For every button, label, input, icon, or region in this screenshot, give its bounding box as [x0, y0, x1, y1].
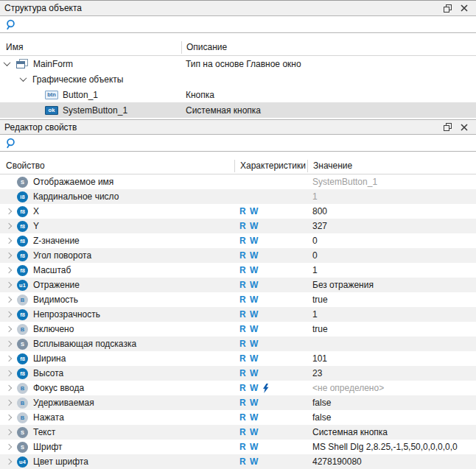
- float-button[interactable]: [443, 122, 452, 132]
- property-name: Видимость: [33, 295, 78, 305]
- type-icon: B: [17, 383, 28, 394]
- property-row[interactable]: S Всплывающая подсказка R W: [0, 336, 476, 351]
- expander-icon[interactable]: [4, 59, 11, 66]
- property-value: 101: [312, 351, 475, 366]
- property-value: SystemButton_1: [312, 174, 475, 189]
- property-characteristics: R W: [239, 219, 259, 233]
- property-characteristics: R W: [239, 366, 259, 381]
- property-row[interactable]: B Видимость R W true: [0, 292, 476, 307]
- float-button[interactable]: [443, 4, 452, 13]
- expander-icon[interactable]: [20, 74, 27, 82]
- property-characteristics: R W: [239, 440, 259, 454]
- property-row[interactable]: f8 Высота R W 23: [0, 366, 476, 381]
- column-header-property[interactable]: Свойство: [6, 158, 45, 174]
- type-icon: f8: [17, 250, 28, 261]
- expander-icon[interactable]: [6, 429, 12, 435]
- expander-icon[interactable]: [6, 400, 12, 406]
- type-icon: f8: [17, 236, 28, 247]
- expander-icon[interactable]: [6, 311, 12, 317]
- read-write-flags: R W: [239, 295, 259, 305]
- tree-item-name: Button_1: [63, 90, 98, 100]
- expander-icon[interactable]: [6, 297, 12, 303]
- type-icon: f8: [17, 309, 28, 320]
- expander-icon[interactable]: [6, 385, 12, 391]
- property-name: Фокус ввода: [33, 383, 84, 393]
- property-name: Нажата: [33, 412, 64, 423]
- tree-item-name: MainForm: [33, 59, 73, 69]
- structure-search-input[interactable]: [21, 18, 476, 31]
- tree-row[interactable]: MainForm Тип на основе Главное окно: [0, 56, 476, 71]
- property-row[interactable]: f8 Y R W 327: [0, 219, 476, 233]
- property-row[interactable]: f8 Непрозрачность R W 1: [0, 307, 476, 322]
- tree-item-name: Графические объекты: [32, 74, 123, 85]
- expander-icon[interactable]: [6, 253, 12, 258]
- close-button[interactable]: [460, 123, 469, 132]
- column-header-characteristics[interactable]: Характеристики: [234, 160, 306, 172]
- property-row[interactable]: S Текст R W Системная кнопка: [0, 425, 476, 440]
- property-characteristics: R W: [239, 322, 259, 336]
- expander-icon[interactable]: [6, 356, 12, 362]
- expander-icon[interactable]: [6, 282, 12, 288]
- property-row[interactable]: B Нажата R W false: [0, 410, 476, 425]
- property-row[interactable]: u1 Отражение R W Без отражения: [0, 278, 476, 292]
- property-characteristics: R W: [239, 263, 259, 278]
- properties-search-input[interactable]: [21, 136, 476, 149]
- property-name: Непрозрачность: [33, 309, 100, 320]
- property-characteristics: R W: [239, 292, 259, 307]
- close-icon: [461, 122, 468, 133]
- read-write-flags: R W: [239, 456, 259, 467]
- property-row[interactable]: f8 Масштаб R W 1: [0, 263, 476, 278]
- property-value: 1: [312, 307, 475, 322]
- read-write-flags: R W: [239, 442, 259, 452]
- property-characteristics: R W: [239, 307, 259, 322]
- property-row[interactable]: B Фокус ввода R W <не определено>: [0, 381, 476, 395]
- close-button[interactable]: [460, 4, 469, 13]
- property-row[interactable]: f8 X R W 800: [0, 204, 476, 219]
- property-name: Масштаб: [33, 265, 71, 275]
- expander-icon[interactable]: [6, 223, 12, 229]
- tree-row[interactable]: btn Button_1 Кнопка: [0, 87, 476, 102]
- expander-icon[interactable]: [6, 208, 12, 214]
- property-value: Без отражения: [312, 278, 475, 292]
- property-characteristics: R W: [239, 248, 259, 263]
- expander-icon[interactable]: [6, 326, 12, 332]
- property-row[interactable]: u4 Цвет шрифта R W 4278190080: [0, 454, 476, 469]
- column-header-value[interactable]: Значение: [307, 160, 352, 172]
- property-row[interactable]: i8 Кардинальное число 1: [0, 189, 476, 204]
- property-row[interactable]: B Включено R W true: [0, 322, 476, 336]
- float-icon: [444, 4, 452, 15]
- properties-searchbar: [0, 135, 476, 152]
- object-inspector: Структура объекта Имя Описание: [0, 0, 476, 469]
- property-value: <не определено>: [312, 381, 475, 395]
- tree-row[interactable]: ok SystemButton_1 Системная кнопка: [0, 102, 476, 118]
- property-row[interactable]: S Отображаемое имя SystemButton_1: [0, 174, 476, 189]
- property-row[interactable]: f8 Угол поворота R W 0: [0, 248, 476, 263]
- expander-icon[interactable]: [6, 370, 12, 376]
- expander-icon[interactable]: [6, 267, 12, 273]
- tree-item-name: SystemButton_1: [63, 105, 127, 116]
- column-header-name[interactable]: Имя: [6, 40, 23, 55]
- expander-icon[interactable]: [6, 415, 12, 420]
- expander-icon[interactable]: [6, 444, 12, 450]
- property-row[interactable]: f8 Z-значение R W 0: [0, 233, 476, 248]
- read-write-flags: R W: [239, 427, 259, 437]
- property-value: 800: [312, 204, 475, 219]
- property-name: Цвет шрифта: [33, 456, 88, 467]
- column-header-description[interactable]: Описание: [181, 41, 227, 54]
- property-name: Отражение: [33, 280, 80, 290]
- property-value: 327: [312, 219, 475, 233]
- expander-icon[interactable]: [6, 459, 12, 465]
- properties-titlebar-buttons: [443, 122, 472, 132]
- property-value: [312, 336, 475, 351]
- properties-spacer: [0, 152, 476, 158]
- property-row[interactable]: S Шрифт R W MS Shell Dlg 2,8.25,-1,5,50,…: [0, 440, 476, 454]
- type-icon: S: [17, 339, 28, 350]
- property-row[interactable]: B Удерживаемая R W false: [0, 395, 476, 410]
- read-write-flags: R W: [239, 368, 259, 378]
- type-icon: i8: [17, 191, 28, 202]
- expander-icon[interactable]: [6, 238, 12, 244]
- property-row[interactable]: f8 Ширина R W 101: [0, 351, 476, 366]
- tree-row[interactable]: Графические объекты: [0, 71, 476, 87]
- type-icon: B: [17, 398, 28, 409]
- expander-icon[interactable]: [6, 341, 12, 347]
